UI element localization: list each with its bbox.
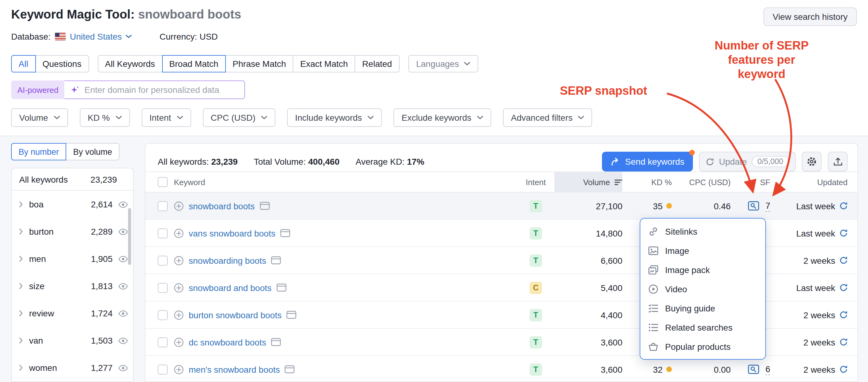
sidebar-group-men[interactable]: men 1,905 (12, 245, 133, 272)
add-keyword-icon[interactable] (174, 255, 184, 265)
refresh-icon[interactable] (840, 338, 847, 346)
table-row[interactable]: men's snowboard boots T 3,600 32 0.00 6 … (145, 356, 858, 382)
sidebar-group-boa[interactable]: boa 2,614 (12, 191, 133, 218)
database-selector[interactable]: United States (70, 32, 132, 41)
refresh-icon[interactable] (840, 365, 847, 373)
serp-card-icon[interactable] (286, 311, 296, 319)
add-keyword-icon[interactable] (174, 201, 184, 211)
kd-filter[interactable]: KD % (80, 108, 130, 127)
keyword-link[interactable]: vans snowboard boots (189, 228, 275, 238)
add-keyword-icon[interactable] (174, 228, 184, 238)
volume-filter[interactable]: Volume (11, 108, 68, 127)
kd-header[interactable]: KD % (622, 172, 672, 192)
all-keywords-row[interactable]: All keywords 23,239 (12, 168, 133, 191)
serp-snapshot-icon[interactable] (748, 365, 759, 374)
view-search-history-button[interactable]: View search history (764, 7, 857, 26)
eye-icon[interactable] (118, 255, 128, 262)
sidebar-group-women[interactable]: women 1,277 (12, 354, 133, 381)
serp-feature-sitelinks[interactable]: Sitelinks (640, 222, 765, 241)
serp-snapshot-icon[interactable] (748, 201, 759, 210)
eye-icon[interactable] (118, 201, 128, 208)
tab-phrase-match[interactable]: Phrase Match (225, 55, 293, 72)
eye-icon[interactable] (118, 310, 128, 317)
send-keywords-button[interactable]: Send keywords (602, 152, 693, 172)
refresh-icon[interactable] (840, 284, 847, 292)
serp-card-icon[interactable] (271, 338, 281, 346)
row-checkbox[interactable] (158, 364, 168, 374)
tab-exact-match[interactable]: Exact Match (293, 55, 355, 72)
tab-broad-match[interactable]: Broad Match (162, 55, 226, 72)
serp-card-icon[interactable] (277, 284, 286, 292)
eye-icon[interactable] (118, 283, 128, 289)
chevron-right-icon[interactable] (19, 229, 23, 235)
serp-feature-video[interactable]: Video (640, 279, 765, 298)
sf-count[interactable]: 6 (765, 364, 770, 375)
tab-all-keywords[interactable]: All Keywords (97, 55, 162, 72)
refresh-icon[interactable] (840, 311, 847, 319)
serp-card-icon[interactable] (280, 229, 290, 237)
row-checkbox[interactable] (158, 310, 168, 320)
row-checkbox[interactable] (158, 228, 168, 238)
tab-questions[interactable]: Questions (35, 55, 89, 72)
cpc-header[interactable]: CPC (USD) (672, 172, 731, 192)
sidebar-group-review[interactable]: review 1,724 (12, 300, 133, 327)
sidebar-group-van[interactable]: van 1,503 (12, 327, 133, 354)
keyword-link[interactable]: men's snowboard boots (189, 364, 280, 374)
row-checkbox[interactable] (158, 255, 168, 265)
eye-icon[interactable] (118, 337, 128, 344)
keyword-link[interactable]: dc snowboard boots (189, 337, 266, 347)
eye-icon[interactable] (118, 364, 128, 371)
domain-input[interactable]: Enter domain for personalized data (65, 81, 245, 99)
row-checkbox[interactable] (158, 337, 168, 347)
tab-all[interactable]: All (11, 55, 36, 72)
chevron-right-icon[interactable] (19, 201, 23, 207)
add-keyword-icon[interactable] (174, 364, 184, 374)
refresh-icon[interactable] (840, 202, 847, 210)
chevron-right-icon[interactable] (19, 310, 23, 316)
keyword-link[interactable]: burton snowboard boots (189, 310, 281, 320)
serp-feature-image-pack[interactable]: Image pack (640, 260, 765, 279)
refresh-icon[interactable] (840, 256, 847, 264)
serp-feature-related-searches[interactable]: Related searches (640, 318, 765, 337)
add-keyword-icon[interactable] (174, 337, 184, 347)
intent-header[interactable]: Intent (517, 172, 554, 192)
sidebar-group-size[interactable]: size 1,813 (12, 272, 133, 300)
serp-card-icon[interactable] (285, 365, 295, 373)
updated-header[interactable]: Updated (786, 172, 858, 192)
advanced-filters[interactable]: Advanced filters (503, 108, 592, 127)
sidebar-group-burton[interactable]: burton 2,289 (12, 218, 133, 245)
settings-button[interactable] (802, 152, 822, 172)
sf-count[interactable]: 7 (765, 200, 770, 211)
volume-header[interactable]: Volume (554, 172, 622, 192)
by-number-tab[interactable]: By number (11, 143, 66, 160)
tab-related[interactable]: Related (355, 55, 400, 72)
add-keyword-icon[interactable] (174, 283, 184, 293)
keyword-link[interactable]: snowboard boots (189, 201, 255, 211)
serp-card-icon[interactable] (271, 256, 281, 264)
chevron-right-icon[interactable] (19, 337, 23, 344)
sf-header[interactable]: SF (731, 172, 786, 192)
serp-feature-popular-products[interactable]: Popular products (640, 337, 765, 356)
by-volume-tab[interactable]: By volume (66, 143, 120, 160)
export-button[interactable] (828, 152, 847, 172)
serp-feature-image[interactable]: Image (640, 241, 765, 260)
chevron-right-icon[interactable] (19, 283, 23, 289)
intent-filter[interactable]: Intent (142, 108, 191, 127)
serp-card-icon[interactable] (259, 202, 270, 210)
include-keywords-filter[interactable]: Include keywords (287, 108, 382, 127)
keyword-header[interactable]: Keyword (174, 172, 517, 192)
update-button[interactable]: Update 0/5,000 (699, 152, 796, 172)
keyword-link[interactable]: snowboard and boots (189, 283, 272, 293)
exclude-keywords-filter[interactable]: Exclude keywords (394, 108, 491, 127)
chevron-right-icon[interactable] (19, 256, 23, 262)
sidebar-scrollbar[interactable] (128, 208, 131, 265)
row-checkbox[interactable] (158, 283, 168, 293)
row-checkbox[interactable] (158, 201, 168, 211)
add-keyword-icon[interactable] (174, 310, 184, 320)
languages-dropdown[interactable]: Languages (408, 55, 478, 72)
refresh-icon[interactable] (840, 229, 847, 237)
select-all-checkbox[interactable] (158, 177, 168, 187)
eye-icon[interactable] (118, 228, 128, 235)
table-row[interactable]: snowboard boots T 27,100 35 0.46 7 Last … (145, 193, 858, 220)
keyword-link[interactable]: snowboarding boots (189, 255, 266, 265)
